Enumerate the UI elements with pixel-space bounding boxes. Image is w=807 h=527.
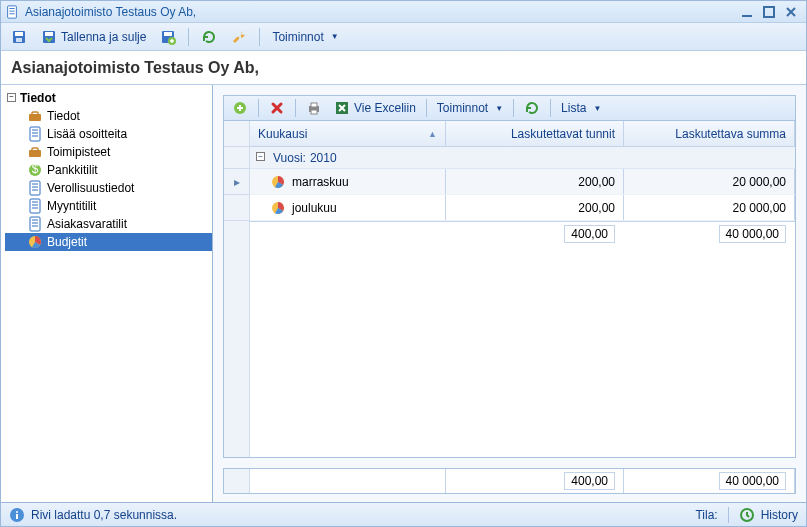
table-row[interactable]: marraskuu200,0020 000,00	[250, 169, 795, 195]
export-excel-button[interactable]: Vie Exceliin	[330, 98, 420, 118]
close-button[interactable]	[780, 4, 802, 20]
save-close-icon	[41, 29, 57, 45]
toiminnot-menu[interactable]: Toiminnot▼	[268, 28, 342, 46]
sidebar-item-pankkitilit[interactable]: Pankkitilit	[5, 161, 212, 179]
main-toolbar: Tallenna ja sulje Toiminnot▼	[1, 23, 806, 51]
pie-icon	[270, 200, 286, 216]
column-header-hours[interactable]: Laskutettavat tunnit	[446, 121, 624, 146]
sidebar-item-verollisuustiedot[interactable]: Verollisuustiedot	[5, 179, 212, 197]
grid-header: Kuukausi▲ Laskutettavat tunnit Laskutett…	[250, 121, 795, 147]
save-and-close-button[interactable]: Tallenna ja sulje	[37, 27, 150, 47]
save-new-icon	[160, 29, 176, 45]
maximize-button[interactable]	[758, 4, 780, 20]
sidebar-item-label: Tiedot	[47, 109, 80, 123]
separator	[426, 99, 427, 117]
separator	[259, 28, 260, 46]
footer-hours: 400,00	[564, 472, 615, 490]
app-window: Asianajotoimisto Testaus Oy Ab, Tallenna…	[0, 0, 807, 527]
doc-icon	[27, 216, 43, 232]
page-header: Asianajotoimisto Testaus Oy Ab,	[1, 51, 806, 85]
save-and-new-button[interactable]	[156, 27, 180, 47]
print-icon	[306, 100, 322, 116]
sidebar-item-myyntitilit[interactable]: Myyntitilit	[5, 197, 212, 215]
sidebar-item-asiakasvaratilit[interactable]: Asiakasvaratilit	[5, 215, 212, 233]
sidebar-item-label: Myyntitilit	[47, 199, 96, 213]
separator	[513, 99, 514, 117]
body: − Tiedot TiedotLisää osoitteitaToimipist…	[1, 85, 806, 502]
status-text: Rivi ladattu 0,7 sekunnissa.	[31, 508, 177, 522]
settings-button[interactable]	[227, 27, 251, 47]
print-button[interactable]	[302, 98, 326, 118]
grid-toiminnot-menu[interactable]: Toiminnot▼	[433, 99, 507, 117]
cell-month: joulukuu	[292, 201, 337, 215]
column-header-sum[interactable]: Laskutettava summa	[624, 121, 795, 146]
col-month-label: Kuukausi	[258, 127, 307, 141]
table-row[interactable]: joulukuu200,0020 000,00	[250, 195, 795, 221]
gutter-group	[224, 147, 249, 169]
grid-gutter: ▸	[224, 121, 250, 457]
grid-refresh-button[interactable]	[520, 98, 544, 118]
add-icon	[232, 100, 248, 116]
titlebar: Asianajotoimisto Testaus Oy Ab,	[1, 1, 806, 23]
statusbar: Rivi ladattu 0,7 sekunnissa. Tila: Histo…	[1, 502, 806, 526]
sidebar-item-budjetit[interactable]: Budjetit	[5, 233, 212, 251]
subtotal-row: 400,00 40 000,00	[250, 221, 795, 245]
minimize-button[interactable]	[736, 4, 758, 20]
cell-month: marraskuu	[292, 175, 349, 189]
sidebar-item-tiedot[interactable]: Tiedot	[5, 107, 212, 125]
row-indicator[interactable]: ▸	[224, 169, 249, 195]
page-title: Asianajotoimisto Testaus Oy Ab,	[11, 59, 259, 77]
cell-sum: 20 000,00	[733, 175, 786, 189]
separator	[258, 99, 259, 117]
history-icon	[739, 507, 755, 523]
briefcase-icon	[27, 144, 43, 160]
refresh-icon	[201, 29, 217, 45]
group-label: Vuosi:	[273, 151, 306, 165]
cell-hours: 200,00	[578, 175, 615, 189]
grid-main: Kuukausi▲ Laskutettavat tunnit Laskutett…	[250, 121, 795, 457]
refresh-button[interactable]	[197, 27, 221, 47]
grid-toolbar: Vie Exceliin Toiminnot▼ Lista▼	[223, 95, 796, 121]
toiminnot-label: Toiminnot	[272, 30, 323, 44]
group-row[interactable]: − Vuosi: 2010	[250, 147, 795, 169]
chevron-down-icon: ▼	[593, 104, 601, 113]
tree-root-row[interactable]: − Tiedot	[5, 89, 212, 107]
sidebar: − Tiedot TiedotLisää osoitteitaToimipist…	[1, 85, 213, 502]
row-indicator[interactable]	[224, 195, 249, 221]
sidebar-item-label: Lisää osoitteita	[47, 127, 127, 141]
col-sum-label: Laskutettava summa	[675, 127, 786, 141]
separator	[550, 99, 551, 117]
save-button[interactable]	[7, 27, 31, 47]
briefcase-icon	[27, 108, 43, 124]
group-value: 2010	[310, 151, 337, 165]
history-button[interactable]: History	[761, 508, 798, 522]
window-title: Asianajotoimisto Testaus Oy Ab,	[25, 5, 736, 19]
col-hours-label: Laskutettavat tunnit	[511, 127, 615, 141]
sidebar-item-label: Pankkitilit	[47, 163, 98, 177]
app-icon	[5, 5, 19, 19]
cell-sum: 20 000,00	[733, 201, 786, 215]
separator	[295, 99, 296, 117]
column-header-month[interactable]: Kuukausi▲	[250, 121, 446, 146]
chevron-down-icon: ▼	[331, 32, 339, 41]
sidebar-item-label: Asiakasvaratilit	[47, 217, 127, 231]
chevron-down-icon: ▼	[495, 104, 503, 113]
sidebar-item-toimipisteet[interactable]: Toimipisteet	[5, 143, 212, 161]
separator	[188, 28, 189, 46]
excel-icon	[334, 100, 350, 116]
export-excel-label: Vie Exceliin	[354, 101, 416, 115]
delete-row-button[interactable]	[265, 98, 289, 118]
collapse-icon[interactable]: −	[7, 93, 16, 102]
lista-menu[interactable]: Lista▼	[557, 99, 605, 117]
collapse-icon[interactable]: −	[256, 152, 265, 161]
save-icon	[11, 29, 27, 45]
content-area: Vie Exceliin Toiminnot▼ Lista▼ ▸	[213, 85, 806, 502]
refresh-icon	[524, 100, 540, 116]
add-row-button[interactable]	[228, 98, 252, 118]
info-icon	[9, 507, 25, 523]
grid-footer: 400,00 40 000,00	[213, 468, 806, 502]
wrench-icon	[231, 29, 247, 45]
sidebar-item-label: Toimipisteet	[47, 145, 110, 159]
status-tila-label: Tila:	[695, 508, 717, 522]
sidebar-item-lis-osoitteita[interactable]: Lisää osoitteita	[5, 125, 212, 143]
